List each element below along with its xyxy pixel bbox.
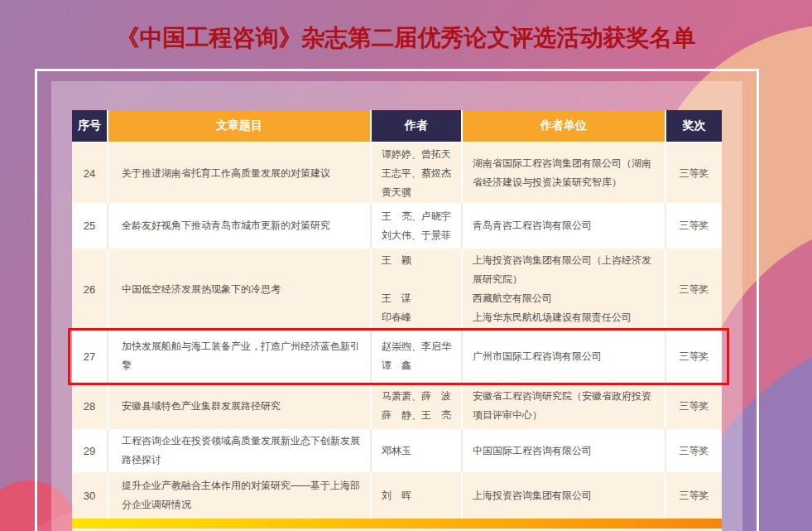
- table-row: 28 安徽县域特色产业集群发展路径研究 马萧萧、薛 波 薛 静、王 亮 安徽省工…: [72, 383, 722, 429]
- award-level: 三等奖: [666, 429, 722, 472]
- author-organization: 上海投资咨询集团有限公司: [463, 472, 666, 519]
- header-number: 序号: [72, 110, 108, 142]
- authors: 赵崇煦、李启华 谭 鑫: [372, 330, 463, 383]
- row-number: 24: [72, 143, 108, 203]
- row-number: 28: [72, 383, 108, 429]
- table-row: 27 加快发展船舶与海工装备产业，打造广州经济蓝色新引擎 赵崇煦、李启华 谭 鑫…: [72, 330, 722, 383]
- table-header-row: 序号 文章题目 作者 作者单位 奖次: [72, 110, 722, 143]
- table-body: 24 关于推进湖南省托育工作高质量发展的对策建议 谭婷婷、曾拓天 王志平、蔡煜杰…: [72, 143, 722, 519]
- page-title: 《中国工程咨询》杂志第二届优秀论文评选活动获奖名单: [0, 22, 812, 54]
- header-title: 文章题目: [108, 110, 372, 142]
- authors: 谭婷婷、曾拓天 王志平、蔡煜杰 黄天骥: [372, 143, 463, 203]
- header-authors: 作者: [372, 110, 463, 142]
- row-number: 25: [72, 203, 108, 249]
- table-row: 29 工程咨询企业在投资领域高质量发展新业态下创新发展路径探讨 邓林玉 中国国际…: [72, 429, 722, 472]
- table-row: 26 中国低空经济发展热现象下的冷思考 王 颖 王 谋 印春峰 上海投资咨询集团…: [72, 249, 722, 330]
- header-organization: 作者单位: [463, 110, 666, 142]
- table-row: 24 关于推进湖南省托育工作高质量发展的对策建议 谭婷婷、曾拓天 王志平、蔡煜杰…: [72, 143, 722, 203]
- table-row: 25 全龄友好视角下推动青岛市城市更新的对策研究 王 亮、卢晓宇 刘大伟、于景菲…: [72, 203, 722, 249]
- authors: 刘 晖: [372, 472, 463, 519]
- screenshot-canvas: 《中国工程咨询》杂志第二届优秀论文评选活动获奖名单 序号 文章题目 作者 作者单…: [0, 0, 812, 531]
- header-award: 奖次: [666, 110, 722, 142]
- article-title: 关于推进湖南省托育工作高质量发展的对策建议: [108, 143, 372, 203]
- author-organization: 中国国际工程咨询有限公司: [463, 429, 666, 472]
- gradient-divider-bar: [72, 519, 722, 529]
- award-level: 三等奖: [666, 383, 722, 429]
- row-number: 27: [72, 330, 108, 383]
- authors: 邓林玉: [372, 429, 463, 472]
- author-organization: 广州市国际工程咨询有限公司: [463, 330, 666, 383]
- authors: 王 亮、卢晓宇 刘大伟、于景菲: [372, 203, 463, 249]
- author-organization: 青岛青咨工程咨询有限公司: [463, 203, 666, 249]
- author-organization: 安徽省工程咨询研究院（安徽省政府投资项目评审中心）: [463, 383, 666, 429]
- award-level: 三等奖: [666, 472, 722, 519]
- row-number: 30: [72, 472, 108, 519]
- award-level: 三等奖: [666, 143, 722, 203]
- award-level: 三等奖: [666, 249, 722, 330]
- row-number: 26: [72, 249, 108, 330]
- author-organization: 湖南省国际工程咨询集团有限公司（湖南省经济建设与投资决策研究智库）: [463, 143, 666, 203]
- article-title: 中国低空经济发展热现象下的冷思考: [108, 249, 372, 330]
- row-number: 29: [72, 429, 108, 472]
- award-level: 三等奖: [666, 330, 722, 383]
- article-title: 安徽县域特色产业集群发展路径研究: [108, 383, 372, 429]
- article-title: 工程咨询企业在投资领域高质量发展新业态下创新发展路径探讨: [108, 429, 372, 472]
- article-title: 加快发展船舶与海工装备产业，打造广州经济蓝色新引擎: [108, 330, 372, 383]
- authors: 王 颖 王 谋 印春峰: [372, 249, 463, 330]
- authors: 马萧萧、薛 波 薛 静、王 亮: [372, 383, 463, 429]
- author-organization: 上海投资咨询集团有限公司（上咨经济发展研究院） 西藏航空有限公司 上海华东民航机…: [463, 249, 666, 330]
- table-row: 30 提升企业产教融合主体作用的对策研究——基于上海部分企业调研情况 刘 晖 上…: [72, 472, 722, 519]
- article-title: 全龄友好视角下推动青岛市城市更新的对策研究: [108, 203, 372, 249]
- award-level: 三等奖: [666, 203, 722, 249]
- award-table: 序号 文章题目 作者 作者单位 奖次 24 关于推进湖南省托育工作高质量发展的对…: [72, 110, 722, 531]
- article-title: 提升企业产教融合主体作用的对策研究——基于上海部分企业调研情况: [108, 472, 372, 519]
